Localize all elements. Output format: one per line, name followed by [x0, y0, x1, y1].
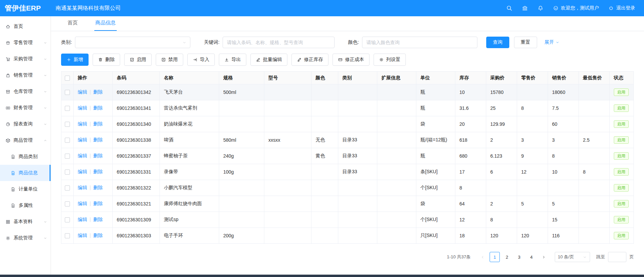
cell-unit: 瓶/(箱=12瓶)	[416, 132, 455, 148]
keyword-label: 关键词:	[204, 39, 220, 45]
color-input[interactable]	[362, 37, 477, 48]
sidebar-item-retail[interactable]: 零售管理	[0, 35, 51, 51]
row-checkbox[interactable]	[65, 122, 70, 127]
cell-min_price	[579, 100, 610, 116]
cell-ext	[377, 164, 416, 180]
logout-button[interactable]: 退出登录	[608, 5, 635, 11]
fix-stock-icon	[297, 57, 302, 62]
delete-link[interactable]: 删除	[93, 121, 103, 126]
tab-home[interactable]: 首页	[67, 20, 79, 31]
delete-link[interactable]: 删除	[93, 105, 103, 111]
row-checkbox[interactable]	[65, 154, 70, 159]
cell-unit: 瓶	[416, 148, 455, 164]
cell-spec	[219, 212, 264, 228]
row-checkbox[interactable]	[65, 170, 70, 175]
cell-barcode: 6901236301340	[113, 116, 160, 132]
cell-purchase_price: 2	[486, 132, 517, 148]
edit-link[interactable]: 编辑	[78, 153, 87, 158]
status-badge: 启用	[614, 168, 629, 176]
edit-link[interactable]: 编辑	[78, 137, 87, 142]
cell-ext	[377, 132, 416, 148]
column-header: 最低售价	[579, 72, 610, 84]
sidebar-item-report[interactable]: 报表查询	[0, 116, 51, 132]
page-button-1[interactable]: 1	[490, 252, 500, 262]
sidebar-item-product-category[interactable]: 商品类别	[0, 149, 51, 165]
delete-link[interactable]: 删除	[93, 169, 103, 174]
storefront-icon[interactable]	[522, 5, 528, 11]
chevron-up-icon	[43, 139, 47, 142]
edit-link[interactable]: 编辑	[78, 217, 87, 222]
column-settings-button[interactable]: 列设置	[374, 54, 406, 66]
fix-cost-button[interactable]: 修正成本	[333, 54, 370, 66]
edit-link[interactable]: 编辑	[78, 185, 87, 190]
expand-filters-link[interactable]: 展开	[545, 39, 560, 45]
row-checkbox[interactable]	[65, 106, 70, 111]
cell-retail_price	[517, 212, 548, 228]
status-badge: 启用	[614, 120, 629, 128]
delete-link[interactable]: 删除	[93, 89, 103, 95]
import-button[interactable]: 导入	[187, 54, 215, 66]
sidebar-item-home[interactable]: 首页	[0, 18, 51, 35]
select-all-checkbox[interactable]	[65, 76, 70, 81]
batch-edit-button[interactable]: 批量编辑	[250, 54, 287, 66]
add-button[interactable]: 新增	[61, 54, 89, 66]
edit-link[interactable]: 编辑	[78, 105, 87, 111]
edit-link[interactable]: 编辑	[78, 169, 87, 174]
cell-unit: 条[SKU]	[416, 164, 455, 180]
row-checkbox[interactable]	[65, 90, 70, 95]
row-checkbox[interactable]	[65, 201, 70, 206]
reset-button[interactable]: 重置	[514, 37, 537, 48]
user-welcome[interactable]: 欢迎您，测试用户	[553, 5, 599, 11]
delete-link[interactable]: 删除	[93, 137, 103, 142]
toolbar: 新增删除启用禁用导入导出批量编辑修正库存修正成本列设置	[61, 54, 634, 66]
disable-button[interactable]: 禁用	[156, 54, 183, 66]
delete-link[interactable]: 删除	[93, 201, 103, 206]
sidebar-item-label: 商品类别	[19, 154, 47, 160]
search-button[interactable]: 查询	[486, 37, 509, 48]
category-select[interactable]	[75, 37, 190, 48]
page-button-2[interactable]: 2	[502, 252, 512, 262]
page-button-4[interactable]: 4	[526, 252, 536, 262]
next-page-button[interactable]	[538, 252, 549, 262]
sidebar-item-warehouse[interactable]: 仓库管理	[0, 83, 51, 100]
row-checkbox[interactable]	[65, 217, 70, 222]
sidebar-item-multi-attribute[interactable]: 多属性	[0, 197, 51, 214]
enable-button[interactable]: 启用	[124, 54, 152, 66]
delete-link[interactable]: 删除	[93, 233, 103, 238]
edit-link[interactable]: 编辑	[78, 89, 87, 95]
row-checkbox[interactable]	[65, 233, 70, 238]
sidebar-item-purchase[interactable]: 采购管理	[0, 51, 51, 67]
table-row: 编辑|删除6901236301331录像带100g目录33条[SKU]17612…	[61, 164, 634, 180]
sidebar-item-finance[interactable]: 财务管理	[0, 100, 51, 116]
page-button-3[interactable]: 3	[514, 252, 524, 262]
sidebar-item-product[interactable]: 商品管理	[0, 132, 51, 149]
edit-link[interactable]: 编辑	[78, 121, 87, 126]
edit-link[interactable]: 编辑	[78, 201, 87, 206]
fix-stock-button[interactable]: 修正库存	[291, 54, 328, 66]
table-row: 编辑|删除6901236301321康师傅红烧牛肉面袋64255启用	[61, 196, 634, 212]
retail-icon	[5, 40, 11, 45]
row-checkbox[interactable]	[65, 138, 70, 143]
column-header: 型号	[264, 72, 311, 84]
row-checkbox[interactable]	[65, 185, 70, 191]
sidebar-item-system[interactable]: 系统管理	[0, 230, 51, 246]
sidebar-item-product-info[interactable]: 商品信息	[0, 165, 51, 181]
sidebar-item-basic[interactable]: 基本资料	[0, 214, 51, 230]
search-icon[interactable]	[506, 5, 512, 11]
sidebar-item-sales[interactable]: 销售管理	[0, 67, 51, 83]
export-button[interactable]: 导出	[219, 54, 246, 66]
keyword-input[interactable]	[223, 37, 335, 48]
delete-link[interactable]: 删除	[93, 217, 103, 222]
tab-product-info[interactable]: 商品信息	[94, 20, 117, 31]
delete-link[interactable]: 删除	[93, 153, 103, 158]
sidebar-item-measure-unit[interactable]: 计量单位	[0, 181, 51, 197]
edit-link[interactable]: 编辑	[78, 233, 87, 238]
jump-page-input[interactable]	[608, 252, 626, 262]
notification-bell-icon[interactable]	[537, 5, 544, 11]
delete-button[interactable]: 删除	[93, 54, 120, 66]
prev-page-button[interactable]	[477, 252, 488, 262]
cell-stock: 20	[455, 116, 486, 132]
delete-link[interactable]: 删除	[93, 185, 103, 190]
page-size-select[interactable]: 10 条/页	[555, 252, 590, 262]
cell-ext	[377, 84, 416, 100]
